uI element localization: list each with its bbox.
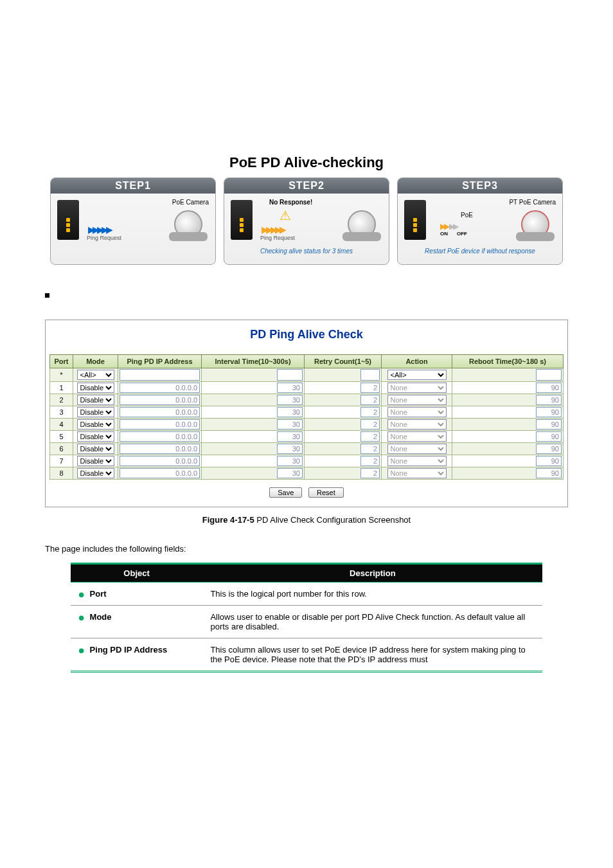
reboot-input[interactable] — [536, 395, 562, 405]
figure-caption: Figure 4-17-5 PD Alive Check Configurati… — [32, 515, 581, 525]
step1-box: STEP1 PoE Camera ▶▶▶▶▶ Ping Request — [50, 177, 216, 265]
step3-caption: Restart PoE device if without response — [402, 248, 558, 255]
col-retry: Retry Count(1~5) — [305, 355, 382, 368]
switch-icon — [231, 200, 253, 240]
desc-line: The page includes the following fields: — [45, 544, 568, 554]
obj-cell-desc: Allows user to enable or disable per por… — [202, 606, 542, 638]
table-row: * <All> <All> — [50, 368, 564, 382]
table-row: 4 Disable None — [50, 419, 564, 431]
cell-port: 6 — [50, 443, 73, 455]
retry-input[interactable] — [360, 419, 380, 429]
obj-head-desc: Description — [202, 564, 542, 583]
reboot-input[interactable] — [536, 444, 562, 454]
action-select[interactable]: None — [387, 419, 447, 429]
save-button[interactable]: Save — [269, 487, 302, 498]
reboot-input[interactable] — [536, 431, 562, 442]
interval-input[interactable] — [277, 456, 303, 466]
switch-icon — [57, 200, 79, 240]
ip-input[interactable] — [120, 407, 200, 417]
obj-cell-desc: This is the logical port number for this… — [202, 583, 542, 606]
ip-input[interactable] — [120, 468, 200, 478]
table-row: 8 Disable None — [50, 467, 564, 480]
ip-input[interactable] — [120, 369, 200, 381]
mode-select[interactable]: Disable — [77, 456, 114, 466]
dot-icon: • — [78, 608, 85, 628]
action-select[interactable]: None — [387, 407, 447, 417]
ip-input[interactable] — [120, 383, 200, 393]
ip-input[interactable] — [120, 431, 200, 442]
step2-ping-label: Ping Request — [260, 235, 295, 241]
step3-box: STEP3 PT PoE Camera PoE ▶▶ ▶▶ ON OFF Res… — [397, 177, 563, 265]
cell-port: 5 — [50, 431, 73, 443]
interval-input[interactable] — [277, 419, 303, 429]
mode-select[interactable]: Disable — [77, 419, 114, 429]
col-action: Action — [382, 355, 452, 368]
step1-ping-label: Ping Request — [87, 235, 121, 241]
interval-input[interactable] — [277, 369, 303, 381]
ip-input[interactable] — [120, 419, 200, 429]
interval-input[interactable] — [277, 395, 303, 405]
col-reboot: Reboot Time(30~180 s) — [452, 355, 564, 368]
step1-head: STEP1 — [51, 178, 215, 194]
hero-title: PoE PD Alive-checking — [32, 154, 581, 171]
mode-select[interactable]: Disable — [77, 395, 114, 405]
camera-base-icon — [516, 232, 555, 241]
cell-port: 4 — [50, 419, 73, 431]
retry-input[interactable] — [360, 407, 380, 417]
retry-input[interactable] — [360, 383, 380, 393]
retry-input[interactable] — [360, 456, 380, 466]
col-mode: Mode — [73, 355, 118, 368]
action-select[interactable]: None — [387, 431, 447, 442]
step1-cam-label: PoE Camera — [172, 199, 209, 206]
retry-input[interactable] — [360, 468, 380, 478]
reboot-input[interactable] — [536, 456, 562, 466]
reset-button[interactable]: Reset — [308, 487, 344, 498]
arrows-on-icon: ▶▶ — [440, 222, 448, 231]
mode-select[interactable]: Disable — [77, 383, 114, 393]
obj-cell-name: •Port — [71, 583, 203, 606]
table-row: 2 Disable None — [50, 394, 564, 406]
ip-input[interactable] — [120, 444, 200, 454]
cell-port: 2 — [50, 394, 73, 406]
mode-select[interactable]: Disable — [77, 431, 114, 442]
action-select[interactable]: <All> — [387, 370, 447, 380]
reboot-input[interactable] — [536, 419, 562, 429]
arrows-off-icon: ▶▶ — [449, 222, 457, 231]
ping-table: Port Mode Ping PD IP Address Interval Ti… — [49, 354, 564, 480]
interval-input[interactable] — [277, 431, 303, 442]
config-title: PD Ping Alive Check — [49, 328, 564, 341]
reboot-input[interactable] — [536, 383, 562, 393]
mode-select[interactable]: Disable — [77, 468, 114, 478]
interval-input[interactable] — [277, 444, 303, 454]
action-select[interactable]: None — [387, 444, 447, 454]
step2-box: STEP2 No Response! ⚠ ▶▶▶▶▶ Ping Request … — [224, 177, 389, 265]
config-panel: PD Ping Alive Check Port Mode Ping PD IP… — [45, 320, 568, 507]
steps-row: STEP1 PoE Camera ▶▶▶▶▶ Ping Request STEP… — [32, 177, 581, 265]
mode-select[interactable]: <All> — [77, 370, 114, 380]
dot-icon: • — [78, 584, 85, 604]
retry-input[interactable] — [360, 395, 380, 405]
retry-input[interactable] — [360, 369, 380, 381]
action-select[interactable]: None — [387, 456, 447, 466]
camera-base-icon — [169, 232, 208, 241]
retry-input[interactable] — [360, 431, 380, 442]
cell-port: 8 — [50, 467, 73, 480]
on-label: ON — [440, 231, 448, 237]
action-select[interactable]: None — [387, 383, 447, 393]
action-select[interactable]: None — [387, 395, 447, 405]
reboot-input[interactable] — [536, 369, 562, 381]
interval-input[interactable] — [277, 383, 303, 393]
action-select[interactable]: None — [387, 468, 447, 478]
ip-input[interactable] — [120, 456, 200, 466]
figure-caption-prefix: Figure 4-17-5 — [202, 515, 254, 525]
interval-input[interactable] — [277, 468, 303, 478]
obj-cell-name: •Mode — [71, 606, 203, 638]
interval-input[interactable] — [277, 407, 303, 417]
cell-port: 1 — [50, 382, 73, 394]
mode-select[interactable]: Disable — [77, 444, 114, 454]
reboot-input[interactable] — [536, 468, 562, 478]
ip-input[interactable] — [120, 395, 200, 405]
reboot-input[interactable] — [536, 407, 562, 417]
mode-select[interactable]: Disable — [77, 407, 114, 417]
retry-input[interactable] — [360, 444, 380, 454]
